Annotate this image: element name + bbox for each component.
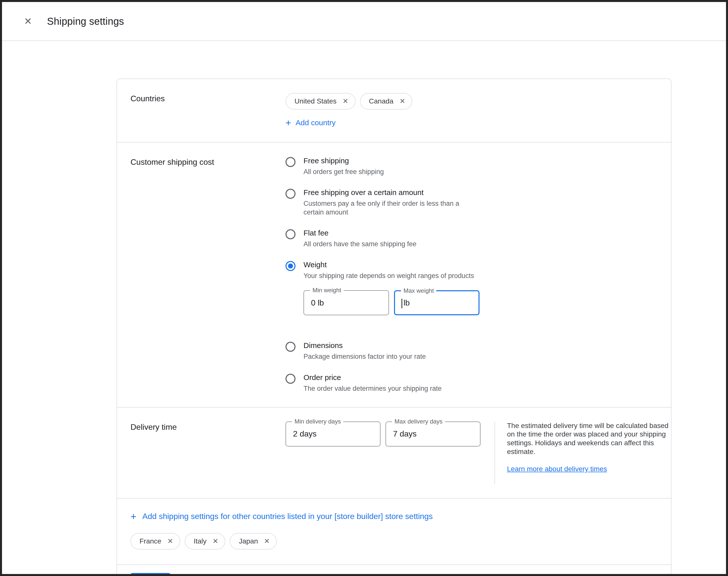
country-chip-france[interactable]: France ✕ — [130, 533, 180, 549]
option-weight: Weight Your shipping rate depends on wei… — [286, 260, 658, 329]
delivery-info: The estimated delivery time will be calc… — [507, 422, 673, 484]
remove-country-icon[interactable]: ✕ — [343, 98, 348, 105]
option-title: Order price — [303, 373, 441, 382]
option-title: Flat fee — [303, 229, 416, 237]
option-dimensions: Dimensions Package dimensions factor int… — [286, 341, 658, 361]
remove-country-icon[interactable]: ✕ — [264, 538, 270, 545]
remove-country-icon[interactable]: ✕ — [400, 98, 405, 105]
delivery-fields: Min delivery days Max delivery days — [286, 422, 481, 484]
min-delivery-days-field[interactable]: Min delivery days — [286, 422, 380, 447]
min-delivery-days-label: Min delivery days — [292, 418, 343, 425]
content: Countries United States ✕ Canada ✕ + — [2, 41, 726, 576]
radio-weight[interactable] — [286, 261, 295, 271]
option-title: Free shipping over a certain amount — [303, 188, 479, 197]
delivery-time-section: Delivery time Min delivery days Max deli… — [117, 407, 671, 498]
countries-chip-row: United States ✕ Canada ✕ — [286, 93, 658, 110]
chip-label: France — [140, 537, 161, 545]
shipping-settings-dialog: ✕ Shipping settings Countries United Sta… — [0, 0, 728, 576]
option-free-shipping: Free shipping All orders get free shippi… — [286, 156, 658, 176]
country-chip-italy[interactable]: Italy ✕ — [185, 533, 226, 549]
max-weight-field[interactable]: Max weight — [394, 290, 479, 315]
add-shipping-settings-label: Add shipping settings for other countrie… — [142, 512, 433, 521]
option-description: All orders get free shipping — [303, 168, 384, 176]
option-description: All orders have the same shipping fee — [303, 240, 416, 249]
countries-label: Countries — [130, 93, 286, 128]
radio-free-over-amount[interactable] — [286, 189, 295, 199]
add-country-label: Add country — [295, 118, 336, 127]
min-delivery-days-input[interactable] — [286, 422, 380, 446]
countries-section: Countries United States ✕ Canada ✕ + — [117, 79, 671, 142]
option-flat-fee: Flat fee All orders have the same shippi… — [286, 229, 658, 249]
delivery-time-label: Delivery time — [130, 422, 286, 484]
other-countries-chip-row: France ✕ Italy ✕ Japan ✕ — [130, 533, 658, 549]
weight-fields: Min weight Max weight — [303, 290, 479, 315]
option-title: Free shipping — [303, 156, 384, 165]
radio-flat-fee[interactable] — [286, 229, 295, 239]
remove-country-icon[interactable]: ✕ — [212, 538, 218, 545]
radio-dimensions[interactable] — [286, 342, 295, 352]
option-description: Customers pay a fee only if their order … — [303, 199, 479, 217]
topbar: ✕ Shipping settings — [2, 2, 726, 41]
save-button[interactable]: Save — [130, 573, 171, 576]
max-delivery-days-label: Max delivery days — [392, 418, 445, 425]
delivery-info-text: The estimated delivery time will be calc… — [507, 422, 669, 456]
max-weight-label: Max weight — [401, 287, 436, 294]
country-chip-united-states[interactable]: United States ✕ — [286, 93, 355, 110]
close-icon[interactable]: ✕ — [20, 13, 36, 29]
min-weight-input[interactable] — [304, 291, 388, 315]
chip-label: Italy — [194, 537, 206, 545]
plus-icon: + — [130, 512, 136, 521]
max-weight-input[interactable] — [395, 291, 478, 314]
add-country-button[interactable]: + Add country — [286, 118, 336, 127]
other-countries-section: + Add shipping settings for other countr… — [117, 498, 671, 565]
plus-icon: + — [286, 118, 291, 127]
learn-more-link[interactable]: Learn more about delivery times — [507, 465, 607, 473]
min-weight-field[interactable]: Min weight — [303, 290, 389, 315]
option-title: Dimensions — [303, 341, 426, 350]
min-weight-label: Min weight — [310, 287, 344, 294]
country-chip-canada[interactable]: Canada ✕ — [360, 93, 412, 110]
radio-free-shipping[interactable] — [286, 157, 295, 167]
option-description: The order value determines your shipping… — [303, 384, 441, 393]
option-free-over-amount: Free shipping over a certain amount Cust… — [286, 188, 658, 217]
chip-label: Canada — [369, 97, 394, 105]
chip-label: United States — [294, 97, 337, 105]
remove-country-icon[interactable]: ✕ — [167, 538, 173, 545]
option-description: Package dimensions factor into your rate — [303, 352, 426, 361]
add-shipping-settings-button[interactable]: + Add shipping settings for other countr… — [130, 512, 433, 521]
text-caret — [402, 299, 402, 308]
option-title: Weight — [303, 260, 479, 269]
radio-order-price[interactable] — [286, 374, 295, 384]
shipping-cost-label: Customer shipping cost — [130, 156, 286, 393]
vertical-divider — [495, 422, 495, 484]
settings-card: Countries United States ✕ Canada ✕ + — [116, 79, 671, 576]
footer: Save Back — [117, 565, 671, 576]
option-order-price: Order price The order value determines y… — [286, 373, 658, 393]
max-delivery-days-input[interactable] — [386, 422, 480, 446]
max-delivery-days-field[interactable]: Max delivery days — [385, 422, 481, 447]
page-title: Shipping settings — [47, 16, 124, 27]
shipping-cost-section: Customer shipping cost Free shipping All… — [117, 142, 671, 407]
option-description: Your shipping rate depends on weight ran… — [303, 271, 479, 280]
country-chip-japan[interactable]: Japan ✕ — [230, 533, 277, 549]
chip-label: Japan — [239, 537, 258, 545]
